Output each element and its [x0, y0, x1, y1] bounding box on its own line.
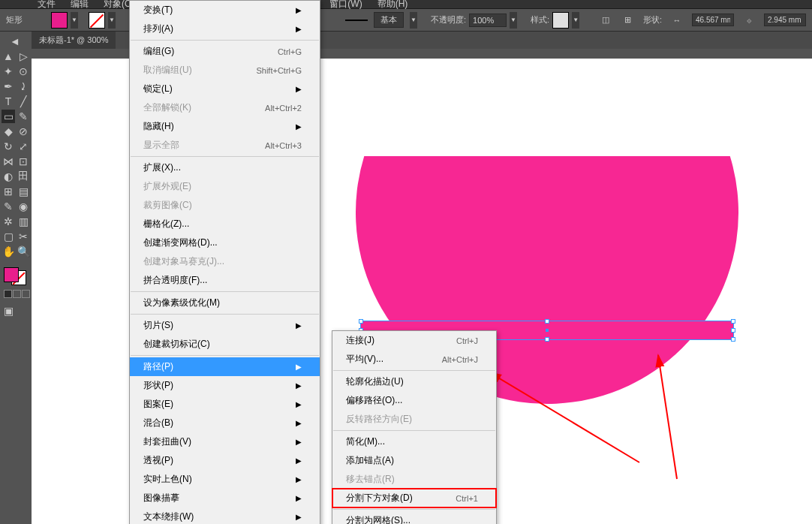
hand-tool[interactable]: ✋ — [2, 245, 15, 258]
eyedropper-tool[interactable]: ✎ — [2, 200, 15, 213]
draw-behind-mode[interactable] — [13, 290, 21, 298]
type-tool[interactable]: T — [2, 95, 15, 108]
width-tool[interactable]: ⋈ — [2, 155, 15, 168]
menu-item[interactable]: 添加锚点(A) — [332, 451, 496, 470]
color-picker[interactable] — [4, 267, 26, 285]
menu-item[interactable]: 编组(G)Ctrl+G — [130, 42, 320, 61]
menu-item[interactable]: 扩展(X)... — [130, 158, 320, 177]
menu-item-label: 取消编组(U) — [143, 64, 192, 77]
menu-item[interactable]: 连接(J)Ctrl+J — [332, 331, 496, 350]
eraser-tool[interactable]: ⊘ — [17, 125, 30, 138]
menu-item[interactable]: 文本绕排(W)▶ — [130, 507, 320, 524]
stroke-color-swatch[interactable] — [89, 12, 105, 29]
menu-item[interactable]: 栅格化(Z)... — [130, 215, 320, 233]
width-icon: ↔ — [669, 13, 684, 28]
style-swatch[interactable] — [552, 12, 569, 29]
menu-item[interactable]: 锁定(L)▶ — [130, 80, 320, 98]
menu-item-label: 混合(B) — [143, 417, 173, 429]
magic-wand-tool[interactable]: ✦ — [2, 65, 15, 78]
gradient-tool[interactable]: ▤ — [17, 185, 30, 198]
menu-item[interactable]: 创建裁切标记(C) — [130, 335, 320, 354]
stroke-dropdown[interactable]: ▼ — [108, 12, 116, 29]
draw-inside-mode[interactable] — [22, 290, 30, 298]
menu-item[interactable]: 实时上色(N)▶ — [130, 470, 320, 489]
shaper-tool[interactable]: ◆ — [2, 125, 15, 138]
draw-normal-mode[interactable] — [4, 290, 12, 298]
menu-item[interactable]: 拼合透明度(F)... — [130, 271, 320, 290]
fill-dropdown[interactable]: ▼ — [71, 12, 78, 29]
menu-edit[interactable]: 编辑 — [71, 0, 89, 11]
menu-item[interactable]: 平均(V)...Alt+Ctrl+J — [332, 350, 496, 369]
menu-help[interactable]: 帮助(H) — [377, 0, 408, 11]
height-input[interactable] — [764, 14, 806, 26]
menu-item[interactable]: 轮廓化描边(U) — [332, 372, 496, 391]
menu-item[interactable]: 偏移路径(O)... — [332, 391, 496, 410]
opacity-input[interactable] — [469, 14, 507, 27]
menu-item[interactable]: 变换(T)▶ — [130, 1, 320, 20]
link-icon[interactable]: ⟐ — [741, 13, 756, 28]
menu-item-label: 形状(P) — [143, 379, 173, 392]
collapse-icon[interactable]: ◄ — [2, 35, 29, 48]
brush-basic-label[interactable]: 基本 — [374, 12, 404, 28]
transform-icon[interactable]: ⊞ — [621, 13, 636, 28]
free-transform-tool[interactable]: ⊡ — [17, 155, 30, 168]
width-input[interactable] — [692, 14, 734, 26]
shape-builder-tool[interactable]: ◐ — [2, 170, 15, 183]
menu-item[interactable]: 图案(E)▶ — [130, 395, 320, 414]
menu-item[interactable]: 切片(S)▶ — [130, 316, 320, 335]
menu-item[interactable]: 隐藏(H)▶ — [130, 117, 320, 136]
align-icon[interactable]: ◫ — [598, 13, 613, 28]
fill-color-swatch[interactable] — [51, 12, 68, 29]
graph-tool[interactable]: ▥ — [17, 215, 30, 228]
menu-window[interactable]: 窗口(W) — [329, 0, 362, 11]
pen-tool[interactable]: ✒ — [2, 80, 15, 93]
menu-item[interactable]: 混合(B)▶ — [130, 414, 320, 432]
fill-color-box[interactable] — [4, 267, 19, 282]
style-dropdown[interactable]: ▼ — [572, 12, 579, 29]
menu-item[interactable]: 创建渐变网格(D)... — [130, 233, 320, 252]
selection-handle[interactable] — [731, 328, 735, 333]
menubar: 文件 编辑 对象(O) 文字(T) 选择(S) 效果(C) 视图(V) 窗口(W… — [0, 0, 812, 9]
mesh-tool[interactable]: ⊞ — [2, 185, 15, 198]
direct-selection-tool[interactable]: ▷ — [17, 50, 30, 63]
menu-item: 反转路径方向(E) — [332, 410, 496, 429]
menu-item-label: 全部解锁(K) — [143, 101, 191, 114]
artboard-tool[interactable]: ▢ — [2, 230, 15, 243]
menu-separator — [131, 314, 319, 315]
menu-item[interactable]: 形状(P)▶ — [130, 376, 320, 395]
lasso-tool[interactable]: ⊙ — [17, 65, 30, 78]
menu-item[interactable]: 封套扭曲(V)▶ — [130, 432, 320, 451]
brush-dropdown[interactable]: ▼ — [410, 12, 417, 29]
blend-tool[interactable]: ◉ — [17, 200, 30, 213]
menu-item[interactable]: 图像描摹▶ — [130, 489, 320, 507]
selection-handle[interactable] — [731, 337, 735, 342]
rotate-tool[interactable]: ↻ — [2, 140, 15, 153]
symbol-sprayer-tool[interactable]: ✲ — [2, 215, 15, 228]
perspective-tool[interactable]: 田 — [17, 170, 30, 183]
curvature-tool[interactable]: ⤸ — [17, 80, 30, 93]
menu-item[interactable]: 透视(P)▶ — [130, 451, 320, 470]
menu-item-label: 创建渐变网格(D)... — [143, 236, 218, 249]
zoom-tool[interactable]: 🔍 — [17, 245, 30, 258]
paintbrush-tool[interactable]: ✎ — [17, 110, 30, 123]
rectangle-tool[interactable]: ▭ — [2, 110, 15, 123]
line-tool[interactable]: ╱ — [17, 95, 30, 108]
menu-item[interactable]: 分割下方对象(D)Ctrl+1 — [332, 489, 496, 507]
screen-mode[interactable]: ▣ — [2, 304, 15, 318]
document-tab[interactable]: 未标题-1* @ 300% — [32, 32, 116, 49]
selection-handle[interactable] — [731, 319, 735, 324]
menu-file[interactable]: 文件 — [38, 0, 56, 11]
menu-item[interactable]: 设为像素级优化(M) — [130, 294, 320, 312]
menu-item[interactable]: 排列(A)▶ — [130, 20, 320, 38]
menu-item-label: 扩展外观(E) — [143, 180, 191, 193]
menu-item[interactable]: 分割为网格(S)... — [332, 511, 496, 524]
selection-handle[interactable] — [545, 337, 549, 342]
slice-tool[interactable]: ✂ — [17, 230, 30, 243]
scale-tool[interactable]: ⤢ — [17, 140, 30, 153]
selection-handle[interactable] — [545, 319, 549, 324]
selection-handle[interactable] — [359, 319, 363, 324]
selection-tool[interactable]: ▲ — [2, 50, 15, 63]
menu-item[interactable]: 路径(P)▶ — [130, 357, 320, 376]
opacity-dropdown[interactable]: ▼ — [510, 12, 517, 29]
menu-item[interactable]: 简化(M)... — [332, 432, 496, 451]
